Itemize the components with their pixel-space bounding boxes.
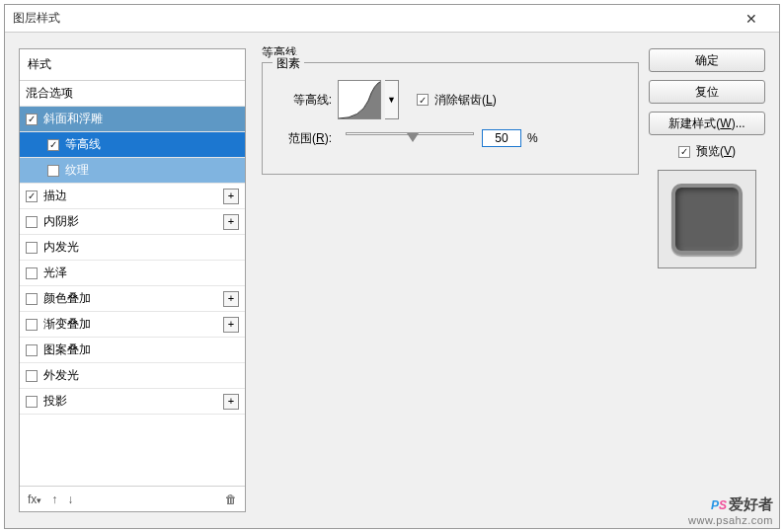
fx-menu[interactable]: fx▾ xyxy=(28,493,41,506)
range-slider[interactable] xyxy=(346,129,474,147)
checkbox[interactable] xyxy=(26,267,38,279)
trash-icon[interactable]: 🗑 xyxy=(225,493,237,506)
label: 颜色叠加 xyxy=(43,290,91,307)
checkbox[interactable] xyxy=(26,344,38,356)
checkbox[interactable] xyxy=(26,216,38,228)
label: 斜面和浮雕 xyxy=(43,111,103,127)
row-contour[interactable]: 等高线 xyxy=(20,132,245,158)
label: 混合选项 xyxy=(26,85,73,102)
label: 纹理 xyxy=(65,162,89,179)
row-outer-glow[interactable]: 外发光 xyxy=(20,363,245,389)
slider-thumb[interactable] xyxy=(407,133,419,142)
styles-header[interactable]: 样式 xyxy=(20,49,245,81)
titlebar: 图层样式 ✕ xyxy=(5,5,779,33)
row-color-overlay[interactable]: 颜色叠加+ xyxy=(20,286,245,312)
elements-fieldset: 图素 等高线: ▼ 消除锯齿(L) 范围(R): xyxy=(262,62,639,175)
preview-swatch xyxy=(671,184,743,255)
row-satin[interactable]: 光泽 xyxy=(20,261,245,286)
contour-label: 等高线: xyxy=(278,92,338,109)
label: 外发光 xyxy=(43,367,79,384)
row-stroke[interactable]: 描边+ xyxy=(20,184,245,209)
fieldset-legend: 图素 xyxy=(273,55,304,72)
checkbox[interactable] xyxy=(47,165,59,177)
label: 内阴影 xyxy=(43,213,79,230)
row-inner-glow[interactable]: 内发光 xyxy=(20,235,245,261)
row-pattern-overlay[interactable]: 图案叠加 xyxy=(20,338,245,363)
content-area: 图素 等高线: ▼ 消除锯齿(L) 范围(R): xyxy=(262,46,639,512)
contour-dropdown[interactable]: ▼ xyxy=(385,80,399,119)
checkbox[interactable] xyxy=(26,293,38,305)
label: 描边 xyxy=(43,188,67,204)
preview-label: 预览(V) xyxy=(696,143,736,160)
layer-style-dialog: 图层样式 ✕ 样式 混合选项 斜面和浮雕 等高线 纹理 描边+ 内阴影+ 内发光… xyxy=(4,4,780,529)
watermark: PS爱好者 www.psahz.com xyxy=(688,494,773,526)
checkbox[interactable] xyxy=(26,319,38,331)
label: 内发光 xyxy=(43,239,79,256)
antialias-checkbox[interactable] xyxy=(417,94,429,106)
contour-row: 等高线: ▼ 消除锯齿(L) xyxy=(278,77,622,122)
checkbox[interactable] xyxy=(47,139,59,151)
add-icon[interactable]: + xyxy=(223,189,239,204)
cancel-button[interactable]: 复位 xyxy=(649,80,765,104)
sidebar: 确定 复位 新建样式(W)... 预览(V) xyxy=(649,48,765,268)
label: 图案叠加 xyxy=(43,342,91,358)
antialias-label: 消除锯齿(L) xyxy=(434,92,497,109)
label: 投影 xyxy=(43,393,67,410)
checkbox[interactable] xyxy=(26,370,38,382)
dialog-title: 图层样式 xyxy=(13,10,732,27)
range-input[interactable]: 50 xyxy=(482,129,521,147)
dialog-body: 样式 混合选项 斜面和浮雕 等高线 纹理 描边+ 内阴影+ 内发光 光泽 颜色叠… xyxy=(5,33,779,528)
arrow-down-icon[interactable]: ↓ xyxy=(67,493,73,506)
checkbox[interactable] xyxy=(26,242,38,254)
chevron-down-icon: ▼ xyxy=(387,95,396,105)
label: 渐变叠加 xyxy=(43,316,91,333)
label: 等高线 xyxy=(65,136,101,153)
add-icon[interactable]: + xyxy=(223,317,239,333)
arrow-up-icon[interactable]: ↑ xyxy=(51,493,57,506)
label: 光泽 xyxy=(43,265,67,281)
row-inner-shadow[interactable]: 内阴影+ xyxy=(20,209,245,235)
range-label: 范围(R): xyxy=(278,130,338,147)
row-bevel-emboss[interactable]: 斜面和浮雕 xyxy=(20,107,245,132)
add-icon[interactable]: + xyxy=(223,291,239,307)
styles-panel: 样式 混合选项 斜面和浮雕 等高线 纹理 描边+ 内阴影+ 内发光 光泽 颜色叠… xyxy=(19,48,246,512)
row-gradient-overlay[interactable]: 渐变叠加+ xyxy=(20,312,245,338)
add-icon[interactable]: + xyxy=(223,394,239,410)
contour-thumbnail[interactable] xyxy=(338,80,381,119)
checkbox[interactable] xyxy=(26,190,38,202)
row-drop-shadow[interactable]: 投影+ xyxy=(20,389,245,415)
checkbox[interactable] xyxy=(26,114,38,125)
new-style-button[interactable]: 新建样式(W)... xyxy=(649,112,765,135)
row-blend-options[interactable]: 混合选项 xyxy=(20,81,245,107)
percent-label: % xyxy=(527,131,538,145)
preview-row: 预览(V) xyxy=(649,143,765,160)
range-row: 范围(R): 50 % xyxy=(278,122,622,154)
close-button[interactable]: ✕ xyxy=(732,11,771,27)
preview-box xyxy=(658,170,756,268)
preview-checkbox[interactable] xyxy=(678,146,690,158)
checkbox[interactable] xyxy=(26,396,38,408)
row-texture[interactable]: 纹理 xyxy=(20,158,245,184)
styles-list: 混合选项 斜面和浮雕 等高线 纹理 描边+ 内阴影+ 内发光 光泽 颜色叠加+ … xyxy=(20,81,245,486)
ok-button[interactable]: 确定 xyxy=(649,48,765,72)
add-icon[interactable]: + xyxy=(223,214,239,230)
styles-footer: fx▾ ↑ ↓ 🗑 xyxy=(20,486,245,511)
